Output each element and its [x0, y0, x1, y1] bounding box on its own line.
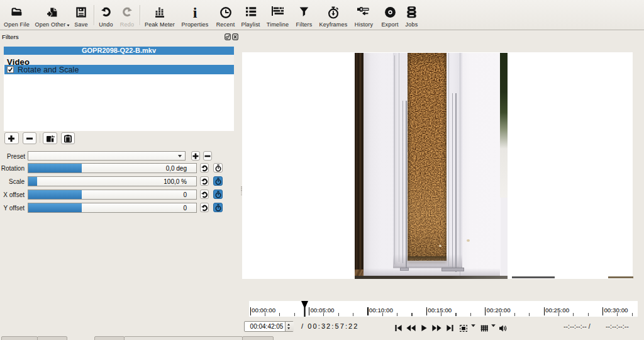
svg-text:i: i — [193, 6, 197, 18]
